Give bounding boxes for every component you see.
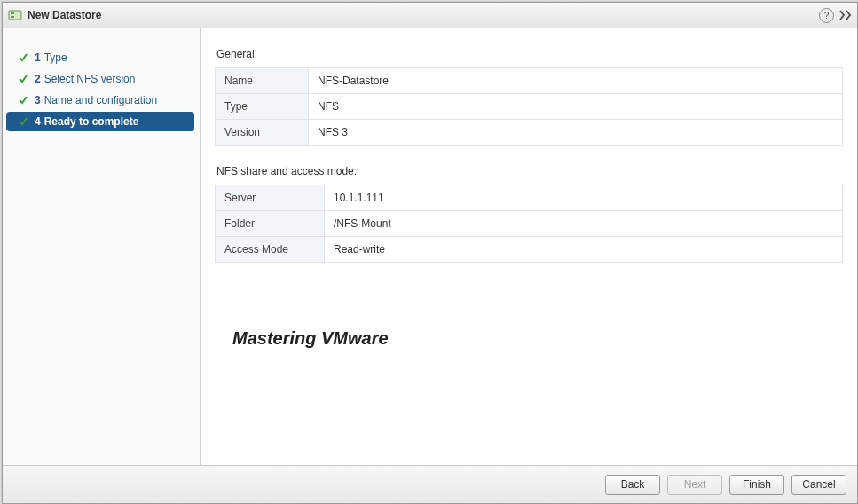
window-title: New Datastore [28, 9, 819, 21]
cell-key: Type [216, 94, 309, 120]
svg-rect-0 [9, 11, 21, 20]
check-icon [17, 115, 29, 128]
table-row: Access Mode Read-write [216, 237, 843, 263]
step-ready-to-complete[interactable]: 4 Ready to complete [6, 112, 194, 131]
step-name-and-configuration[interactable]: 3 Name and configuration [6, 91, 194, 110]
step-number: 1 [35, 51, 41, 64]
dialog-window: New Datastore ? 1 Type [2, 2, 858, 504]
datastore-icon [8, 8, 22, 22]
step-label: Ready to complete [44, 115, 139, 128]
wizard-sidebar: 1 Type 2 Select NFS version 3 Name and c… [3, 28, 201, 465]
cell-value: /NFS-Mount [325, 211, 843, 237]
cell-value: 10.1.1.111 [325, 185, 843, 211]
nfs-heading: NFS share and access mode: [216, 165, 843, 177]
titlebar: New Datastore ? [3, 3, 857, 28]
check-icon [17, 51, 29, 64]
step-label: Select NFS version [44, 73, 136, 85]
step-number: 3 [35, 94, 41, 106]
check-icon [17, 73, 29, 85]
help-icon[interactable]: ? [819, 8, 834, 23]
table-row: Version NFS 3 [216, 120, 843, 146]
cell-key: Server [216, 185, 325, 211]
cell-value: NFS-Datastore [309, 68, 843, 94]
next-button: Next [667, 475, 722, 495]
step-label: Name and configuration [44, 94, 157, 106]
dialog-footer: Back Next Finish Cancel [3, 465, 857, 503]
general-heading: General: [216, 48, 843, 60]
dialog-body: 1 Type 2 Select NFS version 3 Name and c… [3, 28, 857, 465]
cancel-button[interactable]: Cancel [791, 475, 846, 495]
check-icon [17, 94, 29, 106]
cell-value: Read-write [325, 237, 843, 263]
step-type[interactable]: 1 Type [6, 48, 194, 67]
nfs-table: Server 10.1.1.111 Folder /NFS-Mount Acce… [215, 185, 843, 263]
table-row: Type NFS [216, 94, 843, 120]
step-label: Type [44, 51, 67, 64]
cell-key: Access Mode [216, 237, 325, 263]
svg-rect-1 [11, 12, 14, 14]
finish-button[interactable]: Finish [729, 475, 784, 495]
step-select-nfs-version[interactable]: 2 Select NFS version [6, 69, 194, 89]
table-row: Folder /NFS-Mount [216, 211, 843, 237]
general-table: Name NFS-Datastore Type NFS Version NFS … [215, 67, 843, 146]
cell-key: Name [216, 68, 309, 94]
table-row: Name NFS-Datastore [216, 68, 843, 94]
step-number: 2 [35, 73, 41, 85]
table-row: Server 10.1.1.111 [216, 185, 843, 211]
cell-key: Folder [216, 211, 325, 237]
svg-rect-2 [11, 16, 14, 18]
cell-value: NFS [309, 94, 843, 120]
cell-key: Version [216, 120, 309, 146]
main-content: General: Name NFS-Datastore Type NFS Ver… [201, 28, 857, 465]
watermark-text: Mastering VMware [232, 328, 389, 349]
back-button[interactable]: Back [605, 475, 660, 495]
step-number: 4 [35, 115, 41, 128]
expand-icon[interactable] [839, 10, 852, 20]
cell-value: NFS 3 [309, 120, 843, 146]
